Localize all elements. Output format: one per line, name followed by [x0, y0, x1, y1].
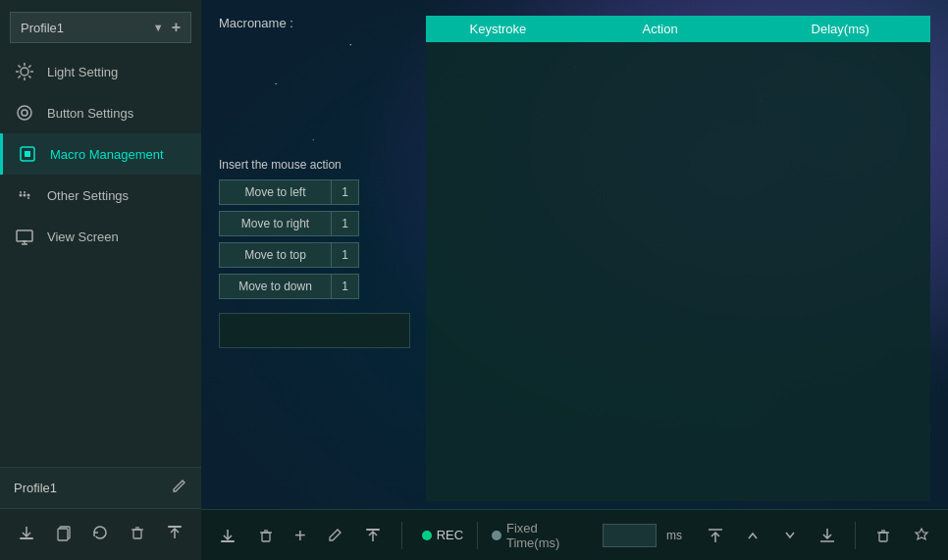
svg-line-8 [19, 76, 21, 77]
sidebar-export-icon[interactable] [161, 519, 188, 550]
fixed-time-dot [492, 531, 501, 540]
move-right-value: 1 [332, 211, 359, 236]
view-screen-icon [14, 226, 35, 247]
profile-row-label: Profile1 [14, 481, 57, 495]
dropdown-arrow-icon: ▼ [153, 22, 164, 33]
nav-item-other-settings[interactable]: Other Settings [0, 175, 201, 216]
svg-rect-23 [20, 537, 33, 539]
left-panel: Macroname : Insert the mouse action Move… [219, 16, 410, 501]
other-settings-icon [14, 184, 35, 206]
profile-edit-icon[interactable] [170, 478, 187, 498]
svg-rect-30 [221, 540, 235, 542]
nav-item-macro-management[interactable]: Macro Management [0, 133, 201, 175]
top-section: Macroname : Insert the mouse action Move… [219, 16, 930, 501]
toolbar-separator-2 [477, 522, 478, 549]
move-down-value: 1 [332, 274, 359, 299]
action-row-move-right: Move to right 1 [219, 211, 410, 236]
svg-rect-19 [17, 230, 32, 241]
th-delay: Delay(ms) [750, 16, 930, 42]
svg-point-10 [22, 110, 27, 116]
sidebar-copy-icon[interactable] [50, 519, 78, 550]
toolbar-add-icon[interactable]: + [290, 522, 311, 549]
text-input-box[interactable] [219, 313, 410, 348]
right-panel: Keystroke Action Delay(ms) [426, 16, 930, 501]
macro-management-icon [17, 143, 38, 165]
move-left-button[interactable]: Move to left [219, 179, 332, 205]
th-action: Action [570, 16, 751, 42]
mouse-action-section: Insert the mouse action Move to left 1 M… [219, 158, 410, 348]
content-area: Macroname : Insert the mouse action Move… [201, 0, 948, 509]
move-top-value: 1 [332, 242, 359, 268]
add-profile-icon[interactable]: + [172, 19, 181, 36]
profile-dropdown[interactable]: Profile1 ▼ + [10, 12, 191, 43]
ms-input[interactable] [603, 524, 657, 547]
nav-label-view-screen: View Screen [47, 229, 119, 244]
move-to-top-icon[interactable] [702, 523, 729, 548]
svg-rect-29 [168, 526, 182, 528]
table-header: Keystroke Action Delay(ms) [426, 16, 930, 42]
macroname-row: Macroname : [219, 16, 410, 30]
rec-indicator: REC [422, 528, 463, 542]
ms-label: ms [666, 529, 682, 542]
svg-point-14 [24, 194, 26, 197]
svg-rect-37 [879, 533, 887, 541]
nav-item-button-settings[interactable]: Button Settings [0, 92, 201, 133]
action-row-move-down: Move to down 1 [219, 274, 410, 299]
move-down-icon[interactable] [776, 523, 804, 548]
svg-rect-34 [366, 529, 380, 531]
main-content: Macroname : Insert the mouse action Move… [201, 0, 948, 560]
sidebar-icons-row [0, 508, 201, 560]
svg-marker-40 [916, 529, 927, 539]
move-top-button[interactable]: Move to top [219, 242, 332, 268]
sidebar-import-icon[interactable] [13, 519, 40, 550]
toolbar-trash-icon[interactable] [869, 523, 897, 548]
rec-label: REC [437, 528, 463, 542]
toolbar-import-icon[interactable] [213, 522, 242, 549]
light-setting-icon [14, 61, 35, 82]
toolbar-edit-icon[interactable] [321, 523, 348, 548]
toolbar-separator-3 [855, 522, 856, 549]
fixed-time-label: Fixed Time(ms) [506, 521, 593, 550]
toolbar-delete-icon[interactable] [252, 523, 280, 548]
sidebar-refresh-icon[interactable] [86, 519, 114, 550]
nav-item-view-screen[interactable]: View Screen [0, 216, 201, 257]
toolbar-separator-1 [401, 522, 402, 549]
svg-point-0 [21, 68, 28, 76]
svg-rect-25 [58, 529, 68, 540]
move-up-icon[interactable] [739, 523, 766, 548]
profile-row: Profile1 [0, 467, 201, 508]
move-down-button[interactable]: Move to down [219, 274, 332, 299]
svg-rect-31 [262, 533, 270, 541]
th-keystroke: Keystroke [426, 16, 570, 42]
nav-label-macro-management: Macro Management [50, 147, 164, 162]
table-body [426, 42, 930, 501]
svg-point-9 [18, 106, 31, 120]
nav-label-button-settings: Button Settings [47, 106, 133, 121]
svg-point-13 [20, 194, 23, 197]
bottom-toolbar: + REC Fixed Time(ms) ms [201, 509, 948, 560]
macroname-label: Macroname : [219, 16, 293, 30]
fixed-time-indicator: Fixed Time(ms) [492, 521, 593, 550]
toolbar-export-icon[interactable] [358, 522, 388, 549]
svg-line-6 [28, 76, 30, 77]
mouse-action-label: Insert the mouse action [219, 158, 410, 172]
nav-label-light-setting: Light Setting [47, 65, 118, 79]
svg-line-7 [28, 66, 30, 68]
sidebar-delete-icon[interactable] [124, 519, 151, 550]
toolbar-settings-icon[interactable] [907, 522, 936, 549]
rec-dot [422, 531, 432, 540]
profile-dropdown-label: Profile1 [21, 21, 64, 35]
svg-point-15 [27, 194, 30, 197]
svg-line-5 [19, 66, 21, 68]
nav-label-other-settings: Other Settings [47, 188, 129, 203]
svg-rect-12 [25, 151, 30, 157]
move-right-button[interactable]: Move to right [219, 211, 332, 236]
sidebar: Profile1 ▼ + Light Setting [0, 0, 201, 560]
move-left-value: 1 [332, 179, 359, 205]
svg-rect-26 [133, 530, 141, 538]
move-to-bottom-icon[interactable] [814, 523, 841, 548]
button-settings-icon [14, 102, 35, 124]
action-row-move-top: Move to top 1 [219, 242, 410, 268]
action-row-move-left: Move to left 1 [219, 179, 410, 205]
nav-item-light-setting[interactable]: Light Setting [0, 51, 201, 92]
